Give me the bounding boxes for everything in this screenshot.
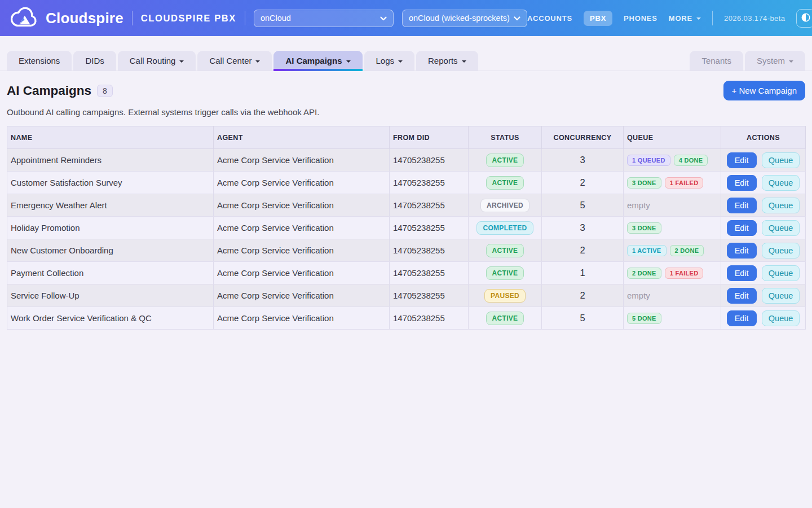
edit-button[interactable]: Edit — [727, 152, 757, 168]
queue-count-badge: 1 FAILED — [665, 177, 704, 189]
campaign-from-did: 14705238255 — [390, 239, 469, 262]
nav-divider — [132, 11, 133, 25]
queue-badges: 1 QUEUED4 DONE — [624, 149, 721, 172]
nav-link-pbx[interactable]: PBX — [584, 11, 612, 26]
queue-button[interactable]: Queue — [762, 220, 800, 236]
campaign-agent: Acme Corp Service Verification — [214, 149, 390, 172]
table-row: New Customer Onboarding Acme Corp Servic… — [7, 239, 806, 262]
status-badge: ACTIVE — [486, 266, 524, 280]
edit-button[interactable]: Edit — [727, 265, 757, 281]
tenant-select-value: onCloud (wicked-sprockets) — [409, 14, 510, 23]
queue-button[interactable]: Queue — [762, 243, 800, 259]
campaign-from-did: 14705238255 — [390, 284, 469, 307]
queue-badges: 5 DONE — [624, 307, 721, 330]
campaigns-tbody: Appointment Reminders Acme Corp Service … — [7, 149, 806, 330]
queue-badges: 3 DONE — [624, 217, 721, 239]
tab-ai-campaigns[interactable]: AI Campaigns — [273, 51, 362, 71]
campaign-concurrency: 2 — [542, 239, 624, 262]
tab-call-routing[interactable]: Call Routing — [118, 51, 196, 71]
queue-button[interactable]: Queue — [762, 310, 800, 326]
queue-count-badge: 1 QUEUED — [627, 155, 670, 166]
queue-button[interactable]: Queue — [762, 175, 800, 191]
app-title: CLOUDSPIRE PBX — [141, 13, 236, 24]
queue-count-badge: 3 DONE — [627, 177, 661, 189]
nav-divider — [245, 11, 245, 25]
chevron-down-icon — [696, 17, 701, 20]
tenant-select[interactable]: onCloud (wicked-sprockets) — [402, 10, 527, 27]
cloud-select[interactable]: onCloud — [254, 10, 394, 27]
campaign-from-did: 14705238255 — [390, 262, 469, 284]
main-content: AI Campaigns 8 + New Campaign Outbound A… — [0, 81, 812, 330]
header-concurrency: CONCURRENCY — [542, 126, 624, 149]
status-badge: PAUSED — [484, 289, 526, 303]
chevron-down-icon — [398, 60, 403, 63]
header-status: STATUS — [469, 126, 542, 149]
queue-button[interactable]: Queue — [762, 265, 800, 281]
status-badge: ACTIVE — [486, 312, 524, 325]
queue-count-badge: 1 ACTIVE — [627, 245, 667, 256]
campaign-from-did: 14705238255 — [390, 217, 469, 239]
campaign-name: Payment Collection — [7, 262, 214, 284]
queue-count-badge: 1 FAILED — [665, 268, 704, 279]
header-name: NAME — [7, 126, 214, 149]
campaign-agent: Acme Corp Service Verification — [214, 284, 390, 307]
queue-badges: empty — [624, 194, 721, 217]
edit-button[interactable]: Edit — [727, 220, 757, 236]
header-actions: ACTIONS — [721, 126, 806, 149]
tab-dids[interactable]: DIDs — [73, 51, 116, 71]
campaign-agent: Acme Corp Service Verification — [214, 262, 390, 284]
section-tabbar: Extensions DIDs Call Routing Call Center… — [0, 51, 812, 71]
theme-toggle-button[interactable] — [796, 9, 812, 28]
campaign-agent: Acme Corp Service Verification — [214, 194, 390, 217]
campaign-from-did: 14705238255 — [390, 194, 469, 217]
queue-button[interactable]: Queue — [762, 198, 800, 213]
campaign-concurrency: 3 — [542, 217, 624, 239]
table-row: Payment Collection Acme Corp Service Ver… — [7, 262, 806, 284]
edit-button[interactable]: Edit — [727, 175, 757, 191]
nav-link-more[interactable]: MORE — [669, 14, 701, 23]
campaign-name: Emergency Weather Alert — [7, 194, 214, 217]
tab-logs[interactable]: Logs — [364, 51, 415, 71]
campaign-name: Appointment Reminders — [7, 149, 214, 172]
chevron-down-icon — [462, 60, 466, 63]
status-badge: COMPLETED — [476, 221, 533, 235]
queue-count-badge: 3 DONE — [627, 222, 661, 234]
edit-button[interactable]: Edit — [727, 310, 757, 326]
top-navbar: Cloudspire CLOUDSPIRE PBX onCloud onClou… — [0, 0, 812, 36]
tab-tenants[interactable]: Tenants — [690, 51, 743, 71]
campaign-count-badge: 8 — [97, 85, 113, 97]
header-from-did: FROM DID — [390, 126, 469, 149]
cloud-logo-icon — [8, 5, 41, 32]
tab-reports[interactable]: Reports — [416, 51, 478, 71]
queue-empty-text: empty — [627, 291, 650, 300]
new-campaign-button[interactable]: + New Campaign — [723, 81, 805, 100]
nav-link-accounts[interactable]: ACCOUNTS — [527, 14, 572, 23]
page-title: AI Campaigns 8 — [7, 84, 113, 98]
chevron-down-icon — [789, 60, 793, 63]
tab-extensions[interactable]: Extensions — [7, 51, 72, 71]
campaign-concurrency: 5 — [542, 194, 624, 217]
edit-button[interactable]: Edit — [727, 288, 757, 304]
queue-button[interactable]: Queue — [762, 152, 800, 168]
queue-count-badge: 5 DONE — [627, 313, 661, 324]
queue-count-badge: 2 DONE — [627, 268, 661, 279]
table-row: Holiday Promotion Acme Corp Service Veri… — [7, 217, 806, 239]
nav-link-phones[interactable]: PHONES — [624, 14, 657, 23]
tab-system[interactable]: System — [745, 51, 805, 71]
campaign-agent: Acme Corp Service Verification — [214, 307, 390, 330]
brand-logo[interactable]: Cloudspire — [8, 5, 123, 32]
campaign-concurrency: 1 — [542, 262, 624, 284]
queue-badges: 1 ACTIVE2 DONE — [624, 239, 721, 262]
campaign-concurrency: 2 — [542, 284, 624, 307]
edit-button[interactable]: Edit — [727, 198, 757, 213]
campaign-agent: Acme Corp Service Verification — [214, 172, 390, 194]
campaign-from-did: 14705238255 — [390, 172, 469, 194]
header-queue: QUEUE — [624, 126, 721, 149]
page-subtitle: Outbound AI calling campaigns. External … — [7, 107, 805, 117]
queue-button[interactable]: Queue — [762, 288, 800, 304]
edit-button[interactable]: Edit — [727, 243, 757, 259]
chevron-down-icon — [346, 60, 351, 63]
status-badge: ACTIVE — [486, 176, 524, 190]
queue-badges: 3 DONE1 FAILED — [624, 172, 721, 194]
tab-call-center[interactable]: Call Center — [197, 51, 272, 71]
